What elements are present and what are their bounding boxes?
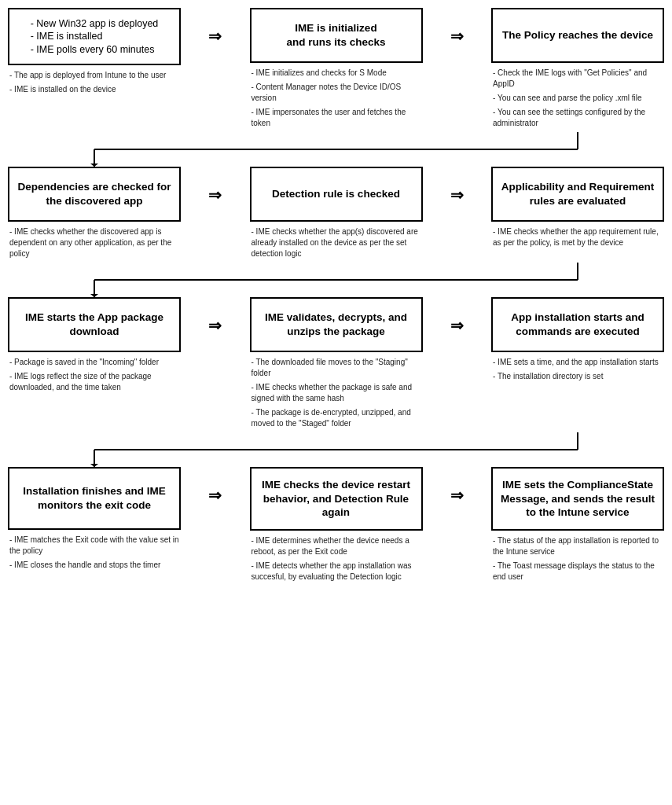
box-finish-title: Installation finishes and IME monitors t… bbox=[17, 484, 171, 512]
arrow-right-icon-1: ⇒ bbox=[208, 27, 222, 46]
notes-2-2: - IME checks whether the app(s) discover… bbox=[250, 226, 423, 263]
note-2-3-1: - IME checks whether the app requirement… bbox=[493, 226, 663, 248]
notes-2-1: - IME checks whether the discovered app … bbox=[8, 226, 181, 263]
note-1-1-1: - The app is deployed from Intune to the… bbox=[9, 70, 179, 81]
arrow-1-2: ⇒ bbox=[208, 8, 222, 46]
arrow-3-2-3: ⇒ bbox=[450, 297, 464, 335]
box-ime-init: IME is initializedand runs its checks bbox=[250, 8, 423, 63]
box-download: IME starts the App package download bbox=[8, 297, 181, 352]
box-policy-title: The Policy reaches the device bbox=[502, 28, 653, 42]
note-3-1-1: - Package is saved in the "Incoming" fol… bbox=[9, 357, 179, 368]
col-3-2: IME validates, decrypts, and unzips the … bbox=[250, 297, 423, 432]
svg-marker-11 bbox=[90, 464, 98, 467]
note-4-1-2: - IME closes the handle and stops the ti… bbox=[9, 560, 179, 571]
diagram: - New Win32 app is deployed - IME is ins… bbox=[8, 8, 664, 586]
note-2-2-1: - IME checks whether the app(s) discover… bbox=[252, 226, 421, 259]
row-1: - New Win32 app is deployed - IME is ins… bbox=[8, 8, 664, 132]
note-1-2-3: - IME impersonates the user and fetches … bbox=[252, 107, 421, 129]
arrow-2-1-2: ⇒ bbox=[208, 167, 222, 204]
notes-4-2: - IME determines whether the device need… bbox=[250, 535, 423, 586]
svg-marker-7 bbox=[90, 294, 98, 297]
arrow-4-2-3: ⇒ bbox=[450, 467, 464, 505]
arrow-right-icon-4: ⇒ bbox=[450, 186, 464, 204]
box-restart: IME checks the device restart behavior, … bbox=[250, 467, 423, 531]
box-applic-title: Applicability and Requirement rules are … bbox=[501, 180, 655, 208]
box-app-install: App installation starts and commands are… bbox=[491, 297, 664, 352]
box-download-title: IME starts the App package download bbox=[17, 311, 171, 338]
box-deps: Dependencies are checked for the discove… bbox=[8, 167, 181, 222]
note-1-1-2: - IME is installed on the device bbox=[9, 84, 179, 95]
box-ime-init-title: IME is initializedand runs its checks bbox=[286, 21, 385, 49]
arrow-3-1-2: ⇒ bbox=[208, 297, 222, 335]
note-2-1-1: - IME checks whether the discovered app … bbox=[9, 226, 179, 259]
arrow-2-2-3: ⇒ bbox=[450, 167, 464, 204]
arrow-right-icon-3: ⇒ bbox=[208, 186, 222, 204]
box-restart-title: IME checks the device restart behavior, … bbox=[259, 478, 413, 520]
box-detect-title: Detection rule is checked bbox=[272, 187, 400, 201]
col-1-1: - New Win32 app is deployed - IME is ins… bbox=[8, 8, 181, 98]
row-4: Installation finishes and IME monitors t… bbox=[8, 467, 664, 586]
connector-svg-1 bbox=[8, 132, 664, 167]
box-new-app: - New Win32 app is deployed - IME is ins… bbox=[8, 8, 181, 65]
notes-4-3: - The status of the app installation is … bbox=[491, 535, 664, 586]
note-3-2-2: - IME checks whether the package is safe… bbox=[252, 382, 421, 404]
box-applic: Applicability and Requirement rules are … bbox=[491, 167, 664, 222]
note-4-1-1: - IME matches the Exit code with the val… bbox=[9, 535, 179, 557]
notes-2-3: - IME checks whether the app requirement… bbox=[491, 226, 664, 252]
notes-1-2: - IME initializes and checks for S Mode … bbox=[250, 68, 423, 132]
note-1-2-1: - IME initializes and checks for S Mode bbox=[252, 68, 421, 79]
col-2-1: Dependencies are checked for the discove… bbox=[8, 167, 181, 263]
box-compliance-title: IME sets the ComplianceState Message, an… bbox=[501, 478, 655, 520]
arrow-2-3: ⇒ bbox=[450, 8, 464, 46]
box-deps-title: Dependencies are checked for the discove… bbox=[17, 180, 171, 208]
arrow-right-icon-8: ⇒ bbox=[450, 486, 464, 505]
box-policy: The Policy reaches the device bbox=[491, 8, 664, 63]
connector-svg-2 bbox=[8, 263, 664, 297]
col-4-3: IME sets the ComplianceState Message, an… bbox=[491, 467, 664, 586]
col-3-3: App installation starts and commands are… bbox=[491, 297, 664, 385]
note-1-2-2: - Content Manager notes the Device ID/OS… bbox=[252, 82, 421, 104]
arrow-4-1-2: ⇒ bbox=[208, 467, 222, 505]
note-1-3-3: - You can see the settings configured by… bbox=[493, 107, 663, 129]
col-1-2: IME is initializedand runs its checks - … bbox=[250, 8, 423, 132]
col-4-1: Installation finishes and IME monitors t… bbox=[8, 467, 181, 574]
note-1-3-1: - Check the IME logs with "Get Policies"… bbox=[493, 68, 663, 90]
connector-row1-row2 bbox=[8, 132, 664, 167]
note-3-3-1: - IME sets a time, and the app installat… bbox=[493, 357, 663, 368]
note-4-2-1: - IME determines whether the device need… bbox=[252, 535, 421, 557]
box-validate: IME validates, decrypts, and unzips the … bbox=[250, 297, 423, 352]
arrow-right-icon-2: ⇒ bbox=[450, 27, 464, 46]
note-4-3-2: - The Toast message displays the status … bbox=[493, 561, 663, 583]
note-3-1-2: - IME logs reflect the size of the packa… bbox=[9, 371, 179, 393]
box-validate-title: IME validates, decrypts, and unzips the … bbox=[259, 311, 413, 338]
note-3-2-3: - The package is de-encrypted, unzipped,… bbox=[252, 407, 421, 429]
notes-3-2: - The downloaded file moves to the "Stag… bbox=[250, 357, 423, 432]
box-new-app-line2: - IME is installed bbox=[31, 30, 159, 42]
svg-marker-3 bbox=[90, 164, 98, 167]
col-1-3: The Policy reaches the device - Check th… bbox=[491, 8, 664, 132]
arrow-right-icon-5: ⇒ bbox=[208, 316, 222, 335]
notes-4-1: - IME matches the Exit code with the val… bbox=[8, 535, 181, 574]
notes-1-3: - Check the IME logs with "Get Policies"… bbox=[491, 68, 664, 132]
row-2: Dependencies are checked for the discove… bbox=[8, 167, 664, 263]
col-2-2: Detection rule is checked - IME checks w… bbox=[250, 167, 423, 263]
box-compliance: IME sets the ComplianceState Message, an… bbox=[491, 467, 664, 531]
box-new-app-line1: - New Win32 app is deployed bbox=[31, 17, 159, 30]
note-4-3-1: - The status of the app installation is … bbox=[493, 535, 663, 557]
note-4-2-2: - IME detects whether the app installati… bbox=[252, 561, 421, 583]
connector-svg-3 bbox=[8, 432, 664, 467]
notes-1-1: - The app is deployed from Intune to the… bbox=[8, 70, 181, 98]
note-3-3-2: - The installation directory is set bbox=[493, 371, 663, 382]
col-4-2: IME checks the device restart behavior, … bbox=[250, 467, 423, 586]
arrow-right-icon-6: ⇒ bbox=[450, 316, 464, 335]
notes-3-1: - Package is saved in the "Incoming" fol… bbox=[8, 357, 181, 396]
row-3: IME starts the App package download - Pa… bbox=[8, 297, 664, 432]
box-app-install-title: App installation starts and commands are… bbox=[501, 311, 655, 338]
connector-row2-row3 bbox=[8, 263, 664, 297]
arrow-right-icon-7: ⇒ bbox=[208, 486, 222, 505]
connector-row3-row4 bbox=[8, 432, 664, 467]
note-3-2-1: - The downloaded file moves to the "Stag… bbox=[252, 357, 421, 379]
col-3-1: IME starts the App package download - Pa… bbox=[8, 297, 181, 396]
box-detect: Detection rule is checked bbox=[250, 167, 423, 222]
box-new-app-line3: - IME polls every 60 minutes bbox=[31, 43, 159, 56]
